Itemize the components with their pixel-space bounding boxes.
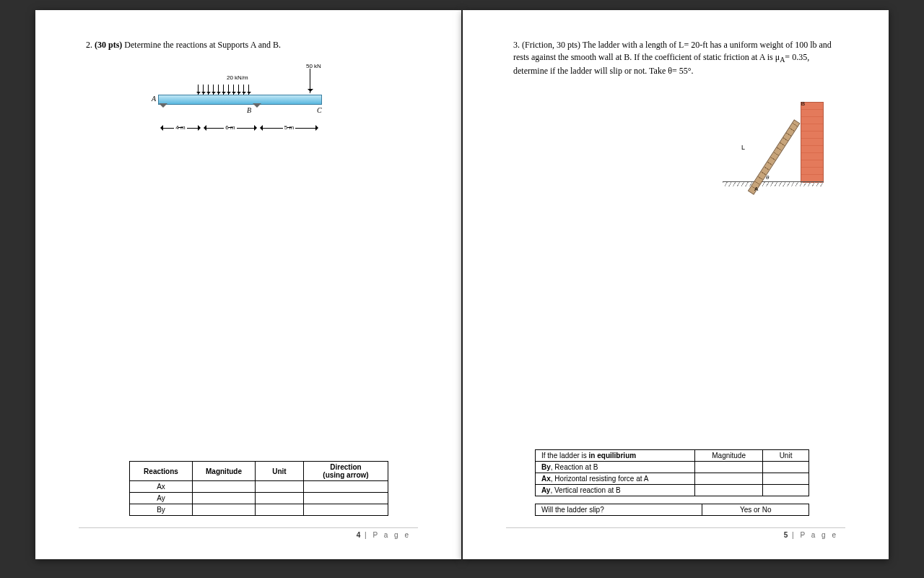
point-load-label: 50 kN <box>306 63 321 69</box>
point-load-arrow <box>310 69 310 93</box>
eq-header: If the ladder is in equilibrium <box>536 450 695 462</box>
page-label: | P a g e <box>360 531 411 539</box>
page-4: 2. (30 pts) Determine the reactions at S… <box>35 10 461 559</box>
col-unit2: Unit <box>763 450 809 462</box>
col-reactions: Reactions <box>130 462 193 481</box>
row-ay2: Ay, Vertical reaction at B <box>536 485 695 496</box>
question-2: 2. (30 pts) Determine the reactions at S… <box>86 39 411 51</box>
ladder-tables: If the ladder is in equilibrium Magnitud… <box>535 449 838 516</box>
row-ax: Ax <box>130 481 193 493</box>
dim-6m: 6 m <box>224 124 236 131</box>
q2-points: (30 pts) <box>95 40 122 50</box>
col-magnitude: Magnitude <box>193 462 256 481</box>
row-ax2: Ax, Horizontal resisting force at A <box>536 473 695 485</box>
row-by2: By, Reaction at B <box>536 462 695 473</box>
label-B: B <box>247 106 251 114</box>
wall-icon <box>801 102 824 183</box>
col-unit: Unit <box>256 462 304 481</box>
label-C: C <box>317 106 322 114</box>
page-label: | P a g e <box>788 531 838 539</box>
reactions-table: Reactions Magnitude Unit Direction(using… <box>129 461 388 516</box>
beam-figure: 50 kN 20 kN/m A B C 4 m 6 m 5 m <box>154 64 342 144</box>
label-theta: θ <box>766 174 769 181</box>
page-footer-4: 4 | P a g e <box>86 531 411 539</box>
row-ay: Ay <box>130 493 193 504</box>
col-direction: Direction(using arrow) <box>304 462 388 481</box>
beam-member <box>158 95 322 105</box>
col-magnitude2: Magnitude <box>695 450 763 462</box>
dist-load-label: 20 kN/m <box>227 74 248 81</box>
label-B2: B <box>801 100 805 107</box>
q2-number: 2. <box>86 40 92 50</box>
ground-hatch <box>723 182 824 186</box>
q3-number: 3. <box>513 40 520 50</box>
reactions-table-wrap: Reactions Magnitude Unit Direction(using… <box>129 461 411 516</box>
page-5: 3. (Friction, 30 pts) The ladder with a … <box>463 10 889 559</box>
dim-5m: 5 m <box>283 124 295 131</box>
dim-4m: 4 m <box>174 124 186 131</box>
ladder-figure: L B A θ <box>723 102 824 196</box>
footer-rule <box>506 527 845 528</box>
page-footer-5: 5 | P a g e <box>513 531 838 539</box>
slip-answer: Yes or No <box>702 504 809 516</box>
equilibrium-table: If the ladder is in equilibrium Magnitud… <box>535 449 809 496</box>
q2-text: Determine the reactions at Supports A an… <box>124 40 281 50</box>
slip-question: Will the ladder slip? <box>536 504 702 516</box>
support-a-icon <box>159 103 167 112</box>
footer-rule <box>79 527 418 528</box>
slip-table: Will the ladder slip? Yes or No <box>535 504 809 516</box>
label-L: L <box>741 144 745 151</box>
row-by: By <box>130 504 193 516</box>
support-b-icon <box>253 103 261 112</box>
label-A2: A <box>754 186 758 192</box>
q3-points: (Friction, 30 pts) <box>522 40 580 50</box>
page-spread: 2. (30 pts) Determine the reactions at S… <box>35 10 889 559</box>
question-3: 3. (Friction, 30 pts) The ladder with a … <box>513 39 838 77</box>
dimension-row: 4 m 6 m 5 m <box>159 121 321 135</box>
label-A: A <box>152 95 156 103</box>
dist-load-arrows <box>198 85 249 95</box>
